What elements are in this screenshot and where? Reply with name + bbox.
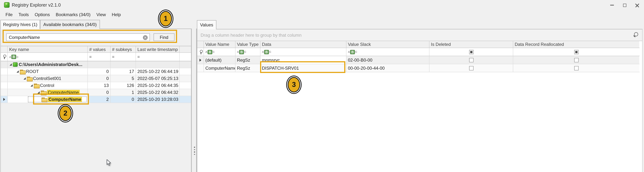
annotation-badge-1: 1 bbox=[158, 9, 174, 28]
tree-row-root[interactable]: ROOT 0 17 2025-10-22 06:44:19 bbox=[1, 68, 191, 75]
abc-filter-icon: ABC bbox=[262, 50, 271, 54]
tree-node-label: ROOT bbox=[26, 69, 39, 74]
annotation-badge-2: 2 bbox=[58, 104, 73, 123]
values-header-row: Value Name Value Type Data Value Slack I… bbox=[197, 41, 640, 48]
group-by-hint-text: Drag a column header here to group by th… bbox=[200, 32, 302, 38]
minimize-icon bbox=[610, 5, 614, 5]
hive-icon bbox=[13, 62, 18, 67]
col-data-record-reallocated[interactable]: Data Record Reallocated bbox=[513, 41, 639, 48]
tree-filter-key-name[interactable]: ABC bbox=[8, 53, 88, 61]
tree-row-hive-root[interactable]: C:\Users\Administrator\Desk... bbox=[1, 61, 191, 68]
tree-filter-pin[interactable] bbox=[1, 53, 8, 61]
tree-row-computername-selected[interactable]: ComputerName 2 0 2025-10-20 10:28:03 bbox=[1, 96, 191, 103]
filter-value-type[interactable]: ABC bbox=[236, 48, 260, 56]
clear-search-icon[interactable] bbox=[143, 35, 148, 40]
menu-view[interactable]: View bbox=[94, 11, 109, 18]
menu-file[interactable]: File bbox=[2, 11, 16, 18]
registry-explorer-window: Registry Explorer v2.1.0 File Tools Opti… bbox=[0, 0, 644, 172]
checkbox-unchecked-icon[interactable] bbox=[469, 58, 473, 62]
tree-header-indicator bbox=[1, 46, 8, 52]
filter-data[interactable]: ABC bbox=[260, 48, 346, 56]
row-indicator-cell bbox=[1, 61, 8, 68]
col-is-deleted[interactable]: Is Deleted bbox=[430, 41, 513, 48]
tree-filter-filler bbox=[180, 53, 191, 61]
menu-tools[interactable]: Tools bbox=[16, 11, 32, 18]
checkbox-unchecked-icon[interactable] bbox=[469, 66, 473, 70]
menu-bookmarks[interactable]: Bookmarks (34/0) bbox=[53, 11, 93, 18]
folder-icon bbox=[41, 90, 46, 94]
col-value-name[interactable]: Value Name bbox=[204, 41, 236, 48]
folder-icon bbox=[20, 69, 25, 74]
abc-filter-icon: ABC bbox=[348, 50, 357, 54]
app-logo-icon bbox=[4, 2, 10, 8]
search-magnifier-icon[interactable] bbox=[633, 32, 639, 38]
expand-arrow-icon[interactable] bbox=[30, 84, 33, 87]
filter-is-deleted[interactable] bbox=[430, 48, 513, 56]
tree-row-control[interactable]: Control 13 126 2025-10-22 06:44:35 bbox=[1, 82, 191, 89]
col-value-slack[interactable]: Value Slack bbox=[346, 41, 430, 48]
splitter-grip-icon bbox=[194, 147, 195, 155]
row-indicator-cell bbox=[197, 64, 204, 72]
tree-col-filler bbox=[180, 46, 191, 52]
tree-col-key-name[interactable]: Key name bbox=[8, 46, 88, 52]
focus-rect bbox=[28, 96, 87, 102]
badge-number: 1 bbox=[160, 11, 172, 26]
checkbox-unchecked-icon[interactable] bbox=[574, 58, 578, 62]
tree-col-num-subkeys[interactable]: # subkeys bbox=[110, 46, 136, 52]
tab-values-label: Values bbox=[200, 22, 213, 27]
equals-filter-icon: = bbox=[112, 55, 114, 59]
tab-registry-hives[interactable]: Registry hives (1) bbox=[0, 20, 40, 29]
maximize-icon bbox=[623, 3, 626, 7]
values-filter-pin[interactable] bbox=[197, 48, 204, 56]
tab-available-bookmarks[interactable]: Available bookmarks (34/0) bbox=[40, 20, 100, 29]
tree-filter-num-values[interactable]: = bbox=[88, 53, 110, 61]
maximize-button[interactable] bbox=[618, 0, 631, 10]
row-indicator-cell bbox=[1, 75, 8, 82]
checkbox-indeterminate-icon[interactable] bbox=[574, 50, 578, 54]
col-data[interactable]: Data bbox=[260, 41, 346, 48]
tab-registry-hives-label: Registry hives (1) bbox=[3, 22, 38, 27]
find-button[interactable]: Find bbox=[154, 33, 174, 41]
folder-icon bbox=[34, 83, 39, 87]
filter-value-slack[interactable]: ABC bbox=[346, 48, 430, 56]
values-row-computername[interactable]: ComputerName RegSz DISPATCH-SRV01 00-00-… bbox=[197, 64, 640, 72]
expand-arrow-icon[interactable] bbox=[10, 63, 12, 66]
tree-filter-num-subkeys[interactable]: = bbox=[110, 53, 136, 61]
tree-filter-last-write[interactable]: = bbox=[136, 53, 180, 61]
close-button[interactable] bbox=[631, 0, 643, 10]
checkbox-unchecked-icon[interactable] bbox=[574, 66, 578, 70]
panel-splitter[interactable] bbox=[191, 29, 197, 172]
filter-value-name[interactable]: ABC bbox=[204, 48, 236, 56]
group-by-band[interactable]: Drag a column header here to group by th… bbox=[197, 29, 642, 41]
tree-col-num-values[interactable]: # values bbox=[88, 46, 110, 52]
abc-filter-icon: ABC bbox=[237, 50, 246, 54]
minimize-button[interactable] bbox=[606, 0, 618, 10]
checkbox-indeterminate-icon[interactable] bbox=[469, 50, 473, 54]
expand-arrow-icon[interactable] bbox=[16, 70, 19, 73]
search-input[interactable]: ComputerName bbox=[6, 33, 150, 41]
menu-help[interactable]: Help bbox=[109, 11, 124, 18]
values-panel: Drag a column header here to group by th… bbox=[197, 29, 642, 172]
search-input-value: ComputerName bbox=[9, 35, 40, 40]
tree-row-computername-parent[interactable]: ComputerName 0 1 2025-10-22 06:44:32 bbox=[1, 89, 191, 96]
tree-row-controlset001[interactable]: ControlSet001 0 5 2022-05-07 05:25:13 bbox=[1, 75, 191, 82]
row-indicator-cell bbox=[1, 96, 8, 103]
menu-options[interactable]: Options bbox=[32, 11, 53, 18]
cell-data-record-reallocated bbox=[513, 56, 639, 64]
tab-values[interactable]: Values bbox=[197, 20, 216, 29]
row-indicator-cell bbox=[1, 68, 8, 75]
values-header-indicator bbox=[197, 41, 204, 48]
filter-data-record-reallocated[interactable] bbox=[513, 48, 639, 56]
equals-filter-icon: = bbox=[89, 55, 92, 59]
tree-node-label-highlighted: ComputerName bbox=[47, 90, 80, 95]
col-value-type[interactable]: Value Type bbox=[236, 41, 260, 48]
folder-icon bbox=[27, 76, 32, 80]
equals-filter-icon: = bbox=[138, 55, 140, 59]
expand-arrow-icon[interactable] bbox=[38, 91, 40, 94]
cell-value-type: RegSz bbox=[236, 64, 260, 72]
values-row-default[interactable]: (default) RegSz mnmsrvc 02-00-B0-00 bbox=[197, 56, 640, 64]
expand-arrow-icon[interactable] bbox=[24, 77, 26, 80]
find-button-label: Find bbox=[160, 35, 168, 40]
tree-col-last-write[interactable]: Last write timestamp bbox=[136, 46, 180, 52]
registry-hives-panel: ComputerName Find Key name # values # su… bbox=[0, 29, 191, 172]
